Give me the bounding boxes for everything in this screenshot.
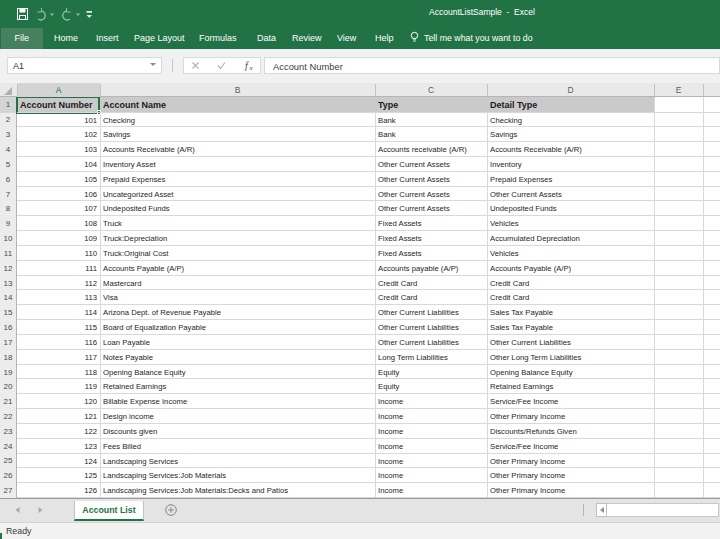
svg-text:f: f <box>245 60 249 71</box>
svg-text:x: x <box>249 64 254 71</box>
